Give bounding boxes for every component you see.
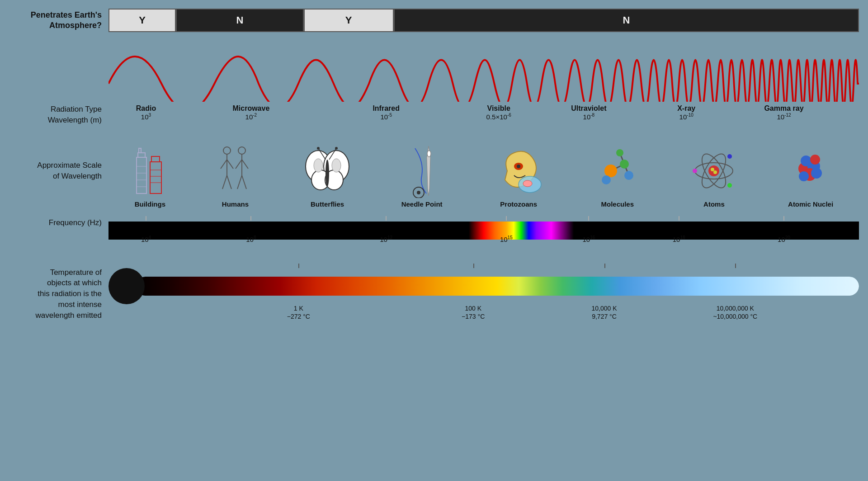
atoms-label: Atoms bbox=[703, 200, 725, 208]
molecules-label: Molecules bbox=[601, 200, 634, 208]
svg-point-34 bbox=[332, 159, 341, 172]
scale-humans: Humans bbox=[217, 144, 253, 208]
nuclei-icon bbox=[790, 144, 831, 198]
svg-line-20 bbox=[236, 160, 242, 169]
wave-row bbox=[9, 38, 859, 102]
atm-n2: N bbox=[394, 9, 859, 32]
svg-line-21 bbox=[242, 160, 248, 169]
rad-uv: Ultraviolet10-8 bbox=[571, 104, 606, 121]
temp-label-10000k: 10,000 K9,727 °C bbox=[591, 304, 617, 321]
temperature-label: Temperature ofobjects at whichthis radia… bbox=[9, 267, 108, 321]
temperature-section: 1 K−272 °C 100 K−173 °C 10,000 K9,727 °C… bbox=[108, 261, 859, 327]
svg-point-46 bbox=[604, 165, 617, 177]
rad-radio: Radio103 bbox=[136, 104, 156, 121]
svg-line-22 bbox=[237, 175, 242, 189]
buildings-icon bbox=[134, 144, 166, 198]
rad-visible: Visible0.5×10-6 bbox=[486, 104, 511, 121]
svg-point-64 bbox=[801, 156, 811, 166]
freq-num-15: 1015 bbox=[500, 235, 513, 243]
temp-label-1k: 1 K−272 °C bbox=[287, 304, 310, 321]
butterflies-label: Butterflies bbox=[311, 200, 344, 208]
main-container: Penetrates Earth'sAtmosphere? Y N Y N Ra… bbox=[0, 0, 868, 481]
svg-point-39 bbox=[517, 165, 520, 168]
butterflies-icon bbox=[305, 144, 350, 198]
svg-rect-2 bbox=[139, 148, 141, 153]
rad-gamma: Gamma ray10-12 bbox=[764, 104, 803, 121]
svg-rect-8 bbox=[151, 156, 160, 162]
buildings-label: Buildings bbox=[135, 200, 165, 208]
temperature-gradient bbox=[136, 277, 859, 296]
scale-butterflies: Butterflies bbox=[305, 144, 350, 208]
svg-line-23 bbox=[242, 175, 246, 189]
scale-label: Approximate Scaleof Wavelength bbox=[9, 160, 108, 182]
thermometer bbox=[108, 268, 859, 304]
svg-point-41 bbox=[523, 180, 532, 187]
svg-point-65 bbox=[810, 155, 820, 165]
svg-point-55 bbox=[711, 168, 714, 171]
svg-point-47 bbox=[620, 160, 629, 169]
svg-point-48 bbox=[624, 171, 633, 180]
protozoans-label: Protozoans bbox=[500, 200, 537, 208]
svg-point-49 bbox=[602, 175, 611, 184]
nuclei-label: Atomic Nuclei bbox=[788, 200, 833, 208]
rad-infrared: Infrared10-5 bbox=[373, 104, 400, 121]
radiation-label: Radiation TypeWavelength (m) bbox=[9, 104, 108, 126]
svg-point-35 bbox=[427, 151, 431, 157]
svg-line-15 bbox=[227, 160, 233, 169]
svg-point-63 bbox=[811, 168, 822, 179]
atoms-icon bbox=[691, 144, 736, 198]
humans-label: Humans bbox=[222, 200, 249, 208]
scale-atoms: Atoms bbox=[691, 144, 736, 208]
svg-point-58 bbox=[727, 154, 732, 159]
wave-svg bbox=[108, 38, 859, 102]
scale-nuclei: Atomic Nuclei bbox=[788, 144, 833, 208]
svg-point-56 bbox=[713, 170, 717, 174]
svg-rect-7 bbox=[150, 162, 161, 193]
svg-rect-1 bbox=[138, 153, 145, 157]
temperature-labels: 1 K−272 °C 100 K−173 °C 10,000 K9,727 °C… bbox=[131, 304, 859, 327]
temperature-row: Temperature ofobjects at whichthis radia… bbox=[9, 255, 859, 332]
scale-icons-container: Buildings bbox=[108, 133, 859, 208]
frequency-numbers-row: 104 108 1012 1015 1016 1018 1020 bbox=[9, 235, 859, 251]
svg-rect-0 bbox=[137, 157, 146, 193]
svg-point-37 bbox=[417, 191, 420, 194]
thermometer-bulb bbox=[108, 268, 145, 304]
radiation-row: Radiation TypeWavelength (m) Radio103 Mi… bbox=[9, 104, 859, 131]
atm-y1: Y bbox=[108, 9, 176, 32]
scale-buildings: Buildings bbox=[134, 144, 166, 208]
freq-num-8: 108 bbox=[246, 235, 256, 243]
frequency-bar-wrap bbox=[108, 214, 859, 232]
svg-point-32 bbox=[335, 147, 338, 150]
rad-xray: X-ray10-10 bbox=[677, 104, 695, 121]
svg-point-30 bbox=[317, 147, 320, 150]
needle-label: Needle Point bbox=[401, 200, 443, 208]
protozoans-icon bbox=[494, 144, 543, 198]
freq-num-16: 1016 bbox=[582, 235, 595, 243]
rad-microwave: Microwave10-2 bbox=[232, 104, 269, 121]
atmosphere-row: Penetrates Earth'sAtmosphere? Y N Y N bbox=[9, 5, 859, 36]
frequency-row: Frequency (Hz) bbox=[9, 210, 859, 235]
freq-num-4: 104 bbox=[141, 235, 151, 243]
scale-row: Approximate Scaleof Wavelength bbox=[9, 133, 859, 208]
humans-icon bbox=[217, 144, 253, 198]
frequency-label: Frequency (Hz) bbox=[9, 218, 108, 227]
temp-label-100k: 100 K−173 °C bbox=[462, 304, 485, 321]
svg-point-12 bbox=[223, 147, 231, 154]
atmosphere-label: Penetrates Earth'sAtmosphere? bbox=[9, 10, 108, 31]
freq-num-20: 1020 bbox=[778, 235, 790, 243]
svg-point-54 bbox=[708, 165, 719, 176]
molecules-icon bbox=[595, 144, 640, 198]
needle-icon bbox=[401, 144, 442, 198]
atmosphere-bar: Y N Y N bbox=[108, 9, 859, 32]
svg-point-33 bbox=[314, 159, 323, 172]
svg-point-18 bbox=[238, 147, 245, 154]
scale-needle: Needle Point bbox=[401, 144, 443, 208]
svg-point-50 bbox=[616, 149, 623, 156]
svg-point-28 bbox=[326, 160, 329, 187]
atm-n1: N bbox=[176, 9, 303, 32]
scale-protozoans: Protozoans bbox=[494, 144, 543, 208]
frequency-numbers: 104 108 1012 1015 1016 1018 1020 bbox=[108, 235, 859, 251]
temp-label-10mk: 10,000,000 K~10,000,000 °C bbox=[713, 304, 757, 321]
scale-molecules: Molecules bbox=[595, 144, 640, 208]
thermometer-tube bbox=[136, 277, 859, 296]
